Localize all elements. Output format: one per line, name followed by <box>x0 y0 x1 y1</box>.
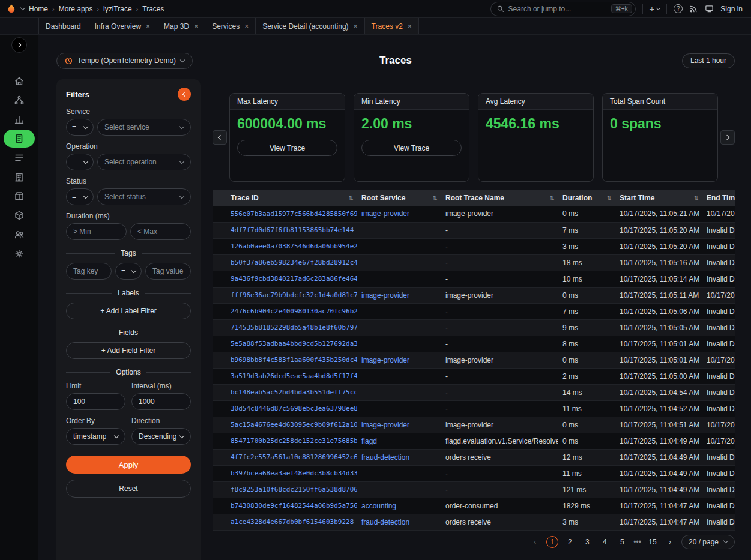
org-switcher-chevron-down-icon[interactable] <box>20 5 25 10</box>
sidebar-item-settings[interactable] <box>0 245 38 263</box>
trace-id-link[interactable]: 2476c6b904c2e400980130ac70fc96b2 <box>226 303 357 319</box>
trace-id-link[interactable]: 556e07b3aad15977c566bd4285850f69 <box>226 206 357 222</box>
next-page-button[interactable]: › <box>664 536 676 548</box>
tab-services[interactable]: Services× <box>205 18 256 34</box>
trace-id-link[interactable]: 126ab0aee0a70387546d6da06bb954e2 <box>226 238 357 254</box>
root-service-link[interactable]: fraud-detection <box>357 514 441 530</box>
trace-id-link[interactable]: fff96e36ac79b9bdcfc32c1d4a0d81c7 <box>226 287 357 303</box>
breadcrumb-item-more-apps[interactable]: More apps <box>59 5 93 13</box>
sort-icon[interactable]: ⇅ <box>694 194 699 201</box>
news-button[interactable] <box>689 4 698 13</box>
tab-service-detail-accounting[interactable]: Service Detail (accounting)× <box>256 18 364 34</box>
service-select[interactable]: Select service <box>97 119 191 136</box>
column-header-start-time[interactable]: Start Time⇅ <box>615 190 702 206</box>
previous-page-button[interactable]: ‹ <box>529 536 541 548</box>
trace-id-link[interactable]: a1ce4328d4e667db0bf6154603b9228 <box>226 514 357 530</box>
trace-id-link[interactable]: 714535b81852298db5a48b1e8f60b797 <box>226 319 357 336</box>
sidebar-item-home[interactable] <box>0 72 38 90</box>
time-range-button[interactable]: Last 1 hour <box>682 53 735 68</box>
root-service-link[interactable]: accounting <box>357 498 441 514</box>
root-service-link[interactable]: image-provider <box>357 417 441 433</box>
operation-select[interactable]: Select operation <box>97 154 191 170</box>
expand-sidebar-button[interactable] <box>11 37 27 53</box>
tag-key-input[interactable] <box>66 263 112 280</box>
root-service-link[interactable]: fraud-detection <box>357 449 441 465</box>
duration-max-input[interactable] <box>130 223 191 240</box>
close-icon[interactable]: × <box>408 23 412 30</box>
sort-icon[interactable]: ⇅ <box>550 194 555 201</box>
scroll-stats-left-button[interactable] <box>213 130 227 145</box>
interval-input[interactable] <box>131 393 191 410</box>
breadcrumb-item-lyzitrace[interactable]: lyziTrace <box>103 5 132 13</box>
datasource-picker[interactable]: Tempo (OpenTelemetry Demo) <box>56 53 193 69</box>
help-button[interactable]: ? <box>674 4 683 13</box>
sidebar-item-logs[interactable] <box>0 149 38 167</box>
duration-min-input[interactable] <box>66 223 127 240</box>
operation-operator-select[interactable]: = <box>66 154 94 170</box>
page-button-15[interactable]: 15 <box>647 536 659 548</box>
status-select[interactable]: Select status <box>97 188 191 205</box>
search-input[interactable]: Search or jump to... ⌘+k <box>490 2 636 16</box>
root-service-link[interactable]: image-provider <box>357 352 441 368</box>
tab-infra-overview[interactable]: Infra Overview× <box>88 18 157 34</box>
view-trace-button[interactable]: View Trace <box>361 140 462 156</box>
trace-id-link[interactable]: 4f7fc2e557a561a10c881286996452c6 <box>226 449 357 465</box>
root-service-link[interactable]: image-provider <box>357 206 441 222</box>
page-size-select[interactable]: 20 / page <box>681 535 735 549</box>
reset-button[interactable]: Reset <box>66 480 191 498</box>
trace-id-link[interactable]: 3a519d3ab26dcd5eae5aa4bd8d5f17f4 <box>226 368 357 384</box>
trace-id-link[interactable]: 9a436f9cbd3840217ad6c283a86fe464 <box>226 271 357 287</box>
close-icon[interactable]: × <box>194 23 198 30</box>
tab-map-3d[interactable]: Map 3D× <box>157 18 205 34</box>
trace-id-link[interactable]: f8c9253a10f68cdc2150ff6a538d8706 <box>226 481 357 498</box>
sort-icon[interactable]: ⇅ <box>433 194 438 201</box>
add-new-button[interactable]: + <box>650 4 660 14</box>
page-button-3[interactable]: 3 <box>581 536 593 548</box>
apply-button[interactable]: Apply <box>66 456 191 474</box>
grafana-logo-icon[interactable] <box>6 4 17 14</box>
trace-id-link[interactable]: b397bcea68ea3aef48e0dc3b8cb34d33 <box>226 465 357 481</box>
close-icon[interactable]: × <box>244 23 249 30</box>
add-field-filter-button[interactable]: + Add Field Filter <box>66 342 191 359</box>
trace-id-link[interactable]: 30d54c8446d87c5698ebc3ea63798ee8 <box>226 400 357 417</box>
tab-traces-v2[interactable]: Traces v2× <box>365 18 419 34</box>
status-operator-select[interactable]: = <box>66 188 94 205</box>
trace-id-link[interactable]: b9698bb8f4c583f1aa600f435b250dc4 <box>226 352 357 368</box>
sign-in-link[interactable]: Sign in <box>720 5 743 13</box>
close-icon[interactable]: × <box>146 23 150 30</box>
close-icon[interactable]: × <box>354 23 358 30</box>
add-label-filter-button[interactable]: + Add Label Filter <box>66 303 191 319</box>
tab-dashboard[interactable]: Dashboard <box>38 18 88 34</box>
trace-id-link[interactable]: 4df7f7d0d67f6fb81153865bb74e144 <box>226 222 357 238</box>
page-button-2[interactable]: 2 <box>564 536 576 548</box>
sidebar-item-analytics[interactable] <box>0 110 38 128</box>
column-header-root-service[interactable]: Root Service⇅ <box>357 190 441 206</box>
trace-id-link[interactable]: 5e5a88f53adbaa4bbd9cd5b127692da3 <box>226 336 357 352</box>
tag-value-input[interactable] <box>145 263 191 280</box>
sort-icon[interactable]: ⇅ <box>349 194 354 201</box>
trace-id-link[interactable]: 85471700b25dc258de152ce31e75685b <box>226 433 357 449</box>
root-service-link[interactable]: image-provider <box>357 287 441 303</box>
breadcrumb-item-traces[interactable]: Traces <box>142 5 164 13</box>
page-button-4[interactable]: 4 <box>599 536 611 548</box>
breadcrumb-item-home[interactable]: Home <box>29 5 48 13</box>
trace-id-link[interactable]: bc148eab5ac52bd4bda3b551deff75cc <box>226 384 357 400</box>
column-header-root-trace-name[interactable]: Root Trace Name⇅ <box>441 190 558 206</box>
order-by-select[interactable]: timestamp <box>66 428 125 445</box>
scroll-stats-right-button[interactable] <box>720 130 735 145</box>
column-header-end-time[interactable]: End Time⇅ <box>702 190 735 206</box>
sidebar-item-organization[interactable] <box>0 168 38 186</box>
direction-select[interactable]: Descending <box>131 428 191 445</box>
limit-input[interactable] <box>66 393 125 410</box>
sidebar-item-users[interactable] <box>0 226 38 244</box>
view-trace-button[interactable]: View Trace <box>237 140 337 156</box>
collapse-filters-button[interactable] <box>178 88 191 101</box>
sidebar-item-traces[interactable] <box>0 130 38 148</box>
column-header-duration[interactable]: Duration⇅ <box>558 190 615 206</box>
trace-id-link[interactable]: 5ac15a4676ee4d63095ec9b09f612a10 <box>226 417 357 433</box>
tag-operator-select[interactable]: = <box>115 263 142 280</box>
sidebar-item-objects[interactable] <box>0 206 38 224</box>
trace-id-link[interactable]: b7430830de9cf16482544a06b9d5a756 <box>226 498 357 514</box>
root-service-link[interactable]: flagd <box>357 433 441 449</box>
sort-icon[interactable]: ⇅ <box>607 194 612 201</box>
